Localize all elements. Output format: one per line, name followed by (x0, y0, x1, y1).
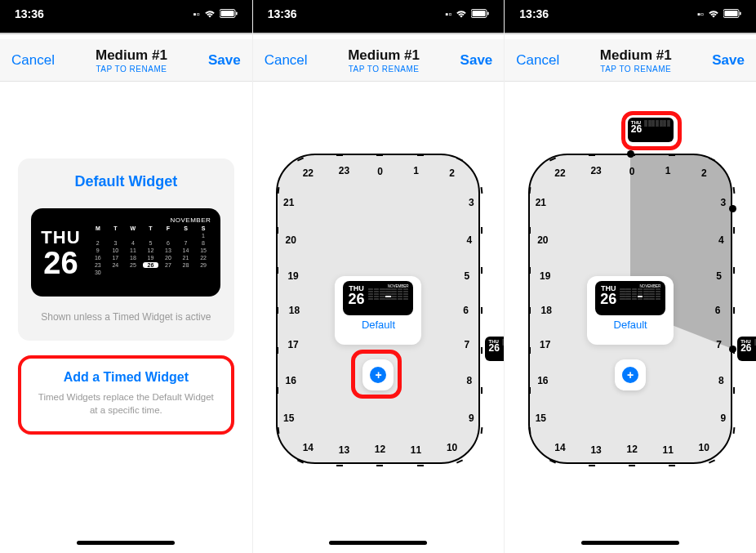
nav-title-group[interactable]: Medium #1 TAP TO RENAME (96, 47, 167, 74)
status-icons: ▪▫ (697, 9, 741, 20)
dial-hour-20: 20 (282, 234, 299, 246)
dial-tick (589, 465, 595, 466)
navigation-bar: Cancel Medium #1 TAP TO RENAME Save (253, 39, 505, 82)
svg-rect-4 (473, 11, 486, 16)
dial-tick (529, 347, 531, 354)
svg-rect-5 (487, 11, 489, 15)
save-button[interactable]: Save (460, 52, 493, 69)
range-end-handle[interactable] (729, 346, 736, 353)
battery-icon (471, 9, 489, 20)
dial-tick (669, 154, 675, 156)
cancel-button[interactable]: Cancel (265, 52, 308, 69)
dial-tick (277, 387, 278, 394)
dial-hour-5: 5 (711, 270, 727, 282)
time-dial[interactable]: 01234567891011121314151617181920212223 T… (276, 154, 480, 464)
time-dial[interactable]: 01234567891011121314151617181920212223 T… (528, 154, 732, 464)
dial-hour-8: 8 (461, 375, 478, 386)
dial-tick (277, 267, 278, 274)
timed-widget-thumb-top[interactable]: THU26 (628, 118, 674, 142)
dial-hour-11: 11 (660, 444, 676, 456)
calendar-widget-thumb: THU26 NOVEMBER (343, 281, 413, 315)
dial-tick (481, 307, 483, 314)
calendar-widget-thumb: THU26 NOVEMBER (595, 281, 665, 315)
dial-hour-15: 15 (281, 413, 297, 424)
content-area: 01234567891011121314151617181920212223 T… (505, 82, 756, 553)
status-bar: 13:36 ▪▫ (253, 0, 505, 28)
dial-tick (629, 465, 635, 466)
page-subtitle: TAP TO RENAME (348, 65, 420, 74)
timed-widget-thumb-side[interactable]: THU26 (737, 337, 756, 361)
dial-hour-9: 9 (715, 413, 732, 424)
nav-title-group[interactable]: Medium #1 TAP TO RENAME (348, 47, 420, 74)
default-widget-chip[interactable]: THU26 NOVEMBER Default (587, 276, 674, 345)
dial-tick (376, 465, 383, 466)
dial-hour-16: 16 (282, 375, 299, 386)
dial-hour-10: 10 (696, 442, 712, 453)
dial-hour-8: 8 (713, 375, 729, 386)
dial-hour-7: 7 (711, 339, 727, 350)
content-area: 01234567891011121314151617181920212223 T… (253, 82, 505, 553)
navigation-bar: Cancel Medium #1 TAP TO RENAME Save (0, 39, 252, 82)
dial-tick (549, 460, 556, 464)
default-widget-caption: Shown unless a Timed Widget is active (29, 311, 223, 323)
page-title: Medium #1 (96, 47, 167, 64)
signal-icon: ▪▫ (697, 9, 704, 19)
dial-tick (529, 307, 531, 314)
nav-title-group[interactable]: Medium #1 TAP TO RENAME (600, 47, 672, 74)
content-area: Default Widget THU 26 NOVEMBER MTWTFSS12… (0, 82, 252, 553)
dial-hour-7: 7 (459, 339, 475, 350)
dial-tick (456, 157, 463, 161)
dial-hour-4: 4 (713, 234, 729, 246)
dial-tick (481, 347, 483, 354)
cancel-button[interactable]: Cancel (516, 52, 559, 69)
status-time: 13:36 (15, 7, 44, 20)
dial-tick (336, 154, 343, 156)
range-start-handle[interactable] (627, 150, 634, 158)
dial-tick (277, 347, 278, 354)
dial-tick (417, 154, 424, 156)
dial-tick (529, 427, 531, 434)
dial-tick (297, 460, 304, 464)
plus-icon: + (622, 367, 638, 383)
home-indicator[interactable] (77, 541, 175, 545)
sheet-chrome (253, 28, 505, 39)
save-button[interactable]: Save (208, 52, 241, 69)
dial-hour-14: 14 (300, 442, 316, 453)
status-bar: 13:36 ▪▫ (505, 0, 756, 28)
save-button[interactable]: Save (712, 52, 745, 69)
dial-tick (709, 460, 715, 464)
phone-screen-2: 13:36 ▪▫ Cancel Medium #1 TAP TO RENAME … (252, 0, 505, 553)
cancel-button[interactable]: Cancel (11, 52, 55, 69)
dial-hour-1: 1 (408, 165, 425, 176)
dial-tick (481, 187, 483, 194)
home-indicator[interactable] (329, 541, 427, 545)
dial-hour-0: 0 (624, 166, 640, 177)
default-widget-chip-label: Default (335, 319, 421, 331)
range-mid-handle[interactable] (729, 205, 736, 212)
dial-tick (277, 227, 278, 234)
dial-tick (529, 267, 531, 274)
dial-hour-14: 14 (552, 442, 568, 453)
default-widget-chip[interactable]: THU26 NOVEMBER Default (335, 276, 421, 345)
svg-rect-2 (236, 11, 238, 15)
dial-hour-21: 21 (281, 197, 297, 208)
status-time: 13:36 (268, 7, 297, 20)
dial-hour-6: 6 (457, 305, 474, 316)
battery-icon (723, 9, 741, 20)
dial-tick (277, 187, 279, 194)
dial-tick (297, 157, 304, 161)
svg-rect-8 (740, 11, 741, 15)
default-widget-card[interactable]: Default Widget THU 26 NOVEMBER MTWTFSS12… (18, 158, 234, 341)
dial-tick (277, 427, 279, 434)
add-timed-widget-card[interactable]: Add a Timed Widget Timed Widgets replace… (18, 355, 234, 435)
dial-tick (481, 387, 483, 394)
dial-hour-12: 12 (371, 444, 388, 455)
home-indicator[interactable] (581, 541, 679, 545)
signal-icon: ▪▫ (446, 9, 452, 19)
page-subtitle: TAP TO RENAME (96, 65, 167, 74)
dial-hour-23: 23 (588, 165, 604, 176)
signal-icon: ▪▫ (193, 9, 200, 19)
add-time-slot-button[interactable]: + (362, 359, 394, 390)
add-time-slot-button[interactable]: + (615, 359, 646, 390)
dial-tick (417, 465, 424, 466)
